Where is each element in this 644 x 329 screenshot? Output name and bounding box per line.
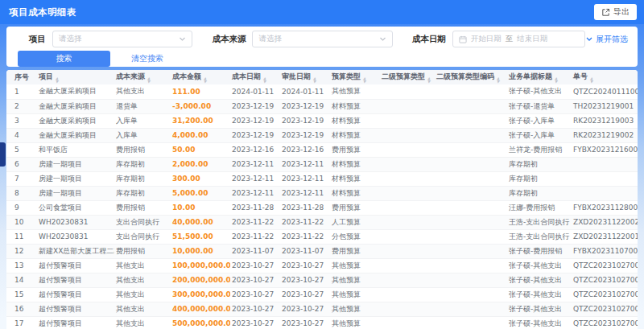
table-row[interactable]: 16 超付预警项目 其他支出 400,000,000.00 2023-10-27… bbox=[6, 302, 638, 316]
column-header[interactable]: 单号▲▼ bbox=[572, 70, 638, 84]
sort-icon[interactable]: ▲▼ bbox=[497, 77, 499, 83]
cell-no: 12 bbox=[6, 244, 37, 258]
cell-cost-source: 其他支出 bbox=[114, 302, 171, 316]
cell-cost-date: 2023-11-07 bbox=[230, 244, 280, 258]
cell-cost-date: 2023-10-27 bbox=[230, 302, 280, 316]
cell-doc-no: ZXD20231122001 bbox=[572, 229, 638, 244]
cell-cost-source: 费用报销 bbox=[114, 200, 171, 215]
cell-doc-title: 张子硕-其他支出 bbox=[507, 316, 572, 329]
cell-doc-title: 汪娜-费用报销 bbox=[507, 200, 572, 215]
cell-approve-date: 2023-11-22 bbox=[280, 229, 330, 244]
table-row[interactable]: 11 WH20230831 支出合同执行 51,500.00 2023-11-2… bbox=[6, 229, 638, 244]
sort-icon[interactable]: ▲▼ bbox=[555, 77, 557, 83]
cell-cost-date: 2023-11-22 bbox=[230, 229, 280, 244]
cell-cost-source: 库存期初 bbox=[114, 186, 171, 200]
column-header[interactable]: 成本金额▲▼ bbox=[171, 70, 230, 84]
cell-budget-type: 材料预算 bbox=[330, 186, 380, 200]
cost-source-select[interactable]: 请选择 bbox=[252, 31, 392, 47]
table-row[interactable]: 8 房建一期项目 库存期初 5,000.00 2023-12-11 2023-1… bbox=[6, 186, 638, 200]
cell-sub-budget-code bbox=[435, 84, 507, 99]
chevron-down-icon bbox=[585, 35, 593, 43]
cell-budget-type: 费用预算 bbox=[330, 142, 380, 157]
sort-icon[interactable]: ▲▼ bbox=[263, 77, 266, 83]
export-button[interactable]: 导出 bbox=[594, 4, 637, 20]
start-date-input[interactable]: 开始日期 bbox=[471, 34, 502, 44]
cell-sub-budget-type bbox=[380, 99, 435, 113]
column-header[interactable]: 成本日期▲▼ bbox=[230, 70, 280, 84]
table-row[interactable]: 15 超付预警项目 其他支出 300,000,000.00 2023-10-27… bbox=[6, 287, 638, 302]
sort-icon[interactable]: ▲▼ bbox=[590, 77, 592, 83]
cell-sub-budget-type bbox=[380, 215, 435, 229]
cell-sub-budget-code bbox=[435, 258, 507, 273]
column-header-label: 单号 bbox=[573, 72, 588, 80]
cell-no: 5 bbox=[6, 142, 37, 157]
table-row[interactable]: 4 金融大厦采购项目 入库单 4,000.00 2023-12-19 2023-… bbox=[6, 128, 638, 142]
table-row[interactable]: 5 和平饭店 费用报销 50.00 2023-12-16 2023-12-16 … bbox=[6, 142, 638, 157]
cell-project: 金融大厦采购项目 bbox=[37, 128, 114, 142]
table-row[interactable]: 12 新建XX总部大厦工程二期 费用报销 10,000.00 2023-11-0… bbox=[6, 244, 638, 258]
table-row[interactable]: 3 金融大厦采购项目 入库单 31,200.00 2023-12-19 2023… bbox=[6, 113, 638, 128]
table-row[interactable]: 6 房建一期项目 库存期初 2,000.00 2023-12-11 2023-1… bbox=[6, 157, 638, 171]
column-header[interactable]: 成本来源▲▼ bbox=[114, 70, 171, 84]
column-header[interactable]: 序号▲▼ bbox=[6, 70, 37, 84]
column-header[interactable]: 审批日期▲▼ bbox=[280, 70, 330, 84]
table-row[interactable]: 2 金融大厦采购项目 退货单 -3,000.00 2023-12-19 2023… bbox=[6, 99, 638, 113]
cell-project: 新建XX总部大厦工程二期 bbox=[37, 244, 114, 258]
column-header-label: 审批日期 bbox=[282, 72, 311, 80]
cell-cost-source: 入库单 bbox=[114, 113, 171, 128]
cell-sub-budget-type bbox=[380, 287, 435, 302]
cell-cost-source: 其他支出 bbox=[114, 258, 171, 273]
table-row[interactable]: 10 WH20230831 支出合同执行 40,000.00 2023-11-2… bbox=[6, 215, 638, 229]
cell-approve-date: 2023-11-28 bbox=[280, 200, 330, 215]
filter-panel: 项目 请选择 成本来源 请选择 成本日期 开始日期 至 bbox=[6, 27, 638, 67]
cell-cost-amount: 5,000.00 bbox=[171, 186, 230, 200]
table-row[interactable]: 7 房建一期项目 库存期初 300.00 2023-12-11 2023-12-… bbox=[6, 171, 638, 186]
expand-filter-link[interactable]: 展开筛选 bbox=[585, 34, 628, 45]
sort-icon[interactable]: ▲▼ bbox=[147, 77, 150, 83]
cell-doc-no: QTZC20231027002 bbox=[572, 258, 638, 273]
cell-sub-budget-code bbox=[435, 142, 507, 157]
search-button[interactable]: 搜索 bbox=[18, 51, 110, 67]
clear-search-link[interactable]: 清空搜索 bbox=[131, 53, 163, 64]
cell-doc-no: QTZC20231027002 bbox=[572, 273, 638, 287]
table-row[interactable]: 9 公司食堂项目 费用报销 10.00 2023-11-28 2023-11-2… bbox=[6, 200, 638, 215]
column-header-label: 序号 bbox=[14, 73, 29, 81]
cell-project: 房建一期项目 bbox=[37, 171, 114, 186]
sort-icon[interactable]: ▲▼ bbox=[56, 77, 58, 83]
cell-approve-date: 2023-12-11 bbox=[280, 171, 330, 186]
cell-doc-title: 张子硕-其他支出 bbox=[507, 302, 572, 316]
cell-sub-budget-type bbox=[380, 258, 435, 273]
cell-approve-date: 2023-12-16 bbox=[280, 142, 330, 157]
cell-doc-no: ZXD20231122002 bbox=[572, 215, 638, 229]
cell-approve-date: 2023-10-27 bbox=[280, 287, 330, 302]
project-select-placeholder: 请选择 bbox=[59, 34, 82, 44]
cost-date-range-picker[interactable]: 开始日期 至 结束日期 bbox=[452, 31, 585, 47]
cell-doc-no: QTZC20231027002 bbox=[572, 302, 638, 316]
cell-cost-amount: 300,000,000.00 bbox=[171, 287, 230, 302]
sort-icon[interactable]: ▲▼ bbox=[427, 77, 430, 83]
floating-widget-handle[interactable] bbox=[0, 142, 6, 167]
table-row[interactable]: 14 超付预警项目 其他支出 200,000,000.00 2023-10-27… bbox=[6, 273, 638, 287]
table-row[interactable]: 17 超付预警项目 其他支出 500,000,000.00 2023-10-27… bbox=[6, 316, 638, 329]
cell-no: 9 bbox=[6, 200, 37, 215]
column-header[interactable]: 业务单据标题▲▼ bbox=[507, 70, 572, 84]
end-date-input[interactable]: 结束日期 bbox=[517, 34, 547, 44]
sort-icon[interactable]: ▲▼ bbox=[313, 77, 316, 83]
cell-project: 超付预警项目 bbox=[37, 316, 114, 329]
cell-approve-date: 2023-11-07 bbox=[280, 244, 330, 258]
table-row[interactable]: 13 超付预警项目 其他支出 100,000,000.00 2023-10-27… bbox=[6, 258, 638, 273]
sort-icon[interactable]: ▲▼ bbox=[363, 77, 365, 83]
cell-sub-budget-code bbox=[435, 200, 507, 215]
cell-cost-source: 费用报销 bbox=[114, 142, 171, 157]
cell-doc-title: 张子硕-其他支出 bbox=[507, 273, 572, 287]
column-header[interactable]: 二级预算类型▲▼ bbox=[380, 70, 435, 84]
project-select[interactable]: 请选择 bbox=[52, 31, 192, 47]
table-row[interactable]: 1 金融大厦采购项目 其他支出 111.00 2024-01-11 2024-0… bbox=[6, 84, 638, 99]
sort-icon[interactable]: ▲▼ bbox=[204, 77, 206, 83]
cell-cost-date: 2023-12-11 bbox=[230, 157, 280, 171]
column-header[interactable]: 二级预算类型编码▲▼ bbox=[435, 70, 507, 84]
column-header[interactable]: 项目▲▼ bbox=[37, 70, 114, 84]
column-header-label: 预算类型 bbox=[332, 72, 361, 80]
column-header[interactable]: 预算类型▲▼ bbox=[330, 70, 380, 84]
cell-cost-source: 其他支出 bbox=[114, 316, 171, 329]
